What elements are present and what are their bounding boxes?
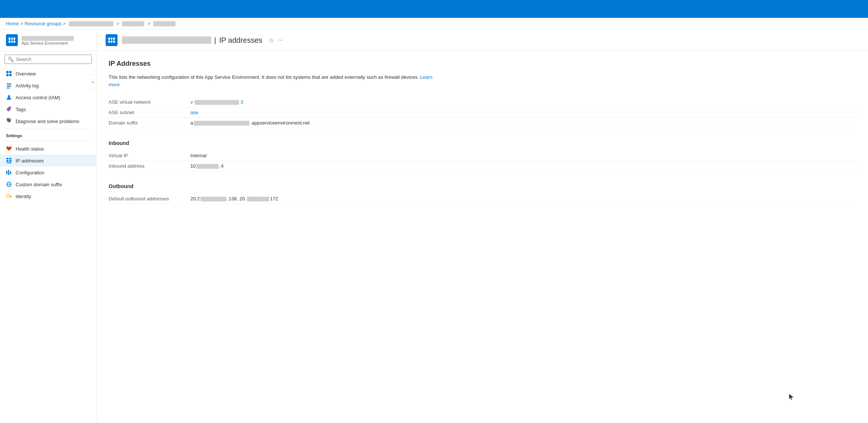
inbound-prefix: 10 [190, 163, 196, 169]
breadcrumb-sep1: > [20, 21, 23, 26]
sidebar-item-custom-domain-label: Custom domain suffix [16, 182, 62, 187]
top-bar [0, 0, 868, 18]
more-button[interactable]: ··· [278, 37, 283, 43]
sidebar-item-diagnose-label: Diagnose and solve problems [16, 119, 79, 124]
search-box[interactable]: 🔍 [4, 55, 92, 64]
svg-rect-0 [6, 71, 9, 73]
sidebar-item-tags[interactable]: Tags [0, 103, 96, 115]
svg-rect-15 [8, 170, 9, 175]
sidebar-item-ip-addresses-label: IP addresses [16, 158, 44, 164]
ip-icon [6, 158, 12, 164]
ase-vnet-redacted [195, 100, 239, 105]
sidebar-item-configuration-label: Configuration [16, 170, 44, 175]
sidebar-item-identity-label: Identity [16, 194, 31, 199]
sidebar-item-configuration[interactable]: Configuration [0, 167, 96, 178]
svg-rect-16 [10, 171, 11, 174]
domain-suffix-label: Domain suffix [109, 120, 190, 126]
key-icon [6, 193, 12, 199]
sidebar-item-identity[interactable]: Identity [0, 190, 96, 202]
ase-subnet-row: ASE subnet ase [109, 107, 856, 118]
outbound-title: Outbound [109, 183, 856, 189]
outbound-suffix: 172 [270, 196, 278, 201]
sidebar-item-health-status[interactable]: Health status [0, 143, 96, 155]
main-layout: App Service Environment 🔍 « Overview Act [0, 30, 868, 423]
nav-scroll: Overview Activity log Access control (IA… [0, 68, 96, 423]
inbound-section: Inbound Virtual IP Internal Inbound addr… [109, 140, 856, 171]
breadcrumb: Home > Resource groups > > > [0, 18, 868, 30]
breadcrumb-home[interactable]: Home [6, 21, 19, 26]
breadcrumb-resource-id [122, 21, 144, 26]
ase-subnet-link[interactable]: ase [190, 110, 198, 115]
domain-suffix-row: Domain suffix a.appserviceenvironment.ne… [109, 118, 856, 128]
search-icon: 🔍 [8, 56, 14, 62]
collapse-button[interactable]: « [89, 74, 97, 89]
breadcrumb-resource-groups[interactable]: Resource groups [25, 21, 61, 26]
sidebar-item-diagnose[interactable]: Diagnose and solve problems [0, 115, 96, 127]
wrench-icon [6, 118, 12, 124]
search-input[interactable] [16, 56, 89, 62]
page-header: | IP addresses ☆ ··· [97, 30, 868, 51]
ase-subnet-label: ASE subnet [109, 110, 190, 115]
breadcrumb-sep2: > [63, 21, 66, 26]
page-header-icon [106, 34, 118, 46]
sidebar-item-activity-log-label: Activity log [16, 83, 39, 88]
content-area: | IP addresses ☆ ··· IP Addresses This l… [97, 30, 868, 423]
inbound-title: Inbound [109, 140, 856, 146]
resource-name [22, 35, 74, 41]
sidebar-item-overview[interactable]: Overview [0, 68, 96, 80]
outbound-addresses-label: Default outbound addresses [109, 196, 190, 201]
ip-description-text: This lists the networking configuration … [109, 74, 419, 80]
ase-subnet-value: ase [190, 110, 198, 115]
inbound-address-value: 10.4 [190, 163, 224, 169]
header-actions: ☆ ··· [269, 37, 283, 44]
breadcrumb-sep4: > [147, 21, 150, 26]
ase-vnet-link[interactable]: v3 [190, 99, 243, 105]
outbound-middle: .136, 20. [227, 196, 246, 201]
ase-virtual-network-label: ASE virtual network [109, 99, 190, 105]
resource-title-group: App Service Environment [22, 35, 74, 45]
globe-icon [6, 181, 12, 187]
resource-icon [6, 34, 18, 46]
domain-redacted [194, 121, 250, 126]
svg-point-20 [7, 194, 10, 197]
network-fields: ASE virtual network v3 ASE subnet ase Do… [109, 97, 856, 128]
sidebar-item-access-control[interactable]: Access control (IAM) [0, 91, 96, 103]
page-icon-inner [108, 38, 115, 43]
svg-rect-22 [11, 197, 12, 197]
page-title-group: | IP addresses [122, 36, 263, 45]
svg-rect-4 [7, 83, 11, 84]
svg-rect-14 [6, 171, 7, 174]
svg-rect-13 [6, 162, 12, 163]
outbound-addresses-value: 20.2.136, 20.172 [190, 196, 278, 201]
sidebar-item-health-status-label: Health status [16, 146, 44, 152]
breadcrumb-sep3: > [116, 21, 119, 26]
breadcrumb-current [153, 21, 176, 26]
sidebar-item-activity-log[interactable]: Activity log [0, 80, 96, 91]
grid-icon [6, 71, 12, 77]
svg-rect-21 [9, 196, 12, 197]
svg-rect-5 [7, 85, 11, 85]
outbound-section: Outbound Default outbound addresses 20.2… [109, 183, 856, 204]
svg-rect-11 [6, 160, 9, 162]
person-icon [6, 94, 12, 100]
sidebar-item-overview-label: Overview [16, 71, 36, 77]
domain-suffix-value: a.appserviceenvironment.net [190, 120, 310, 126]
svg-rect-6 [7, 86, 11, 87]
inbound-suffix: .4 [219, 163, 224, 169]
svg-rect-3 [9, 74, 12, 76]
settings-divider [6, 129, 90, 129]
inbound-address-row: Inbound address 10.4 [109, 161, 856, 171]
virtual-ip-label: Virtual IP [109, 153, 190, 158]
tag-icon [6, 106, 12, 112]
ip-addresses-content: IP Addresses This lists the networking c… [97, 51, 868, 225]
outbound-redacted2 [247, 197, 269, 201]
favorite-button[interactable]: ☆ [269, 37, 274, 44]
sidebar-item-custom-domain[interactable]: Custom domain suffix [0, 178, 96, 190]
ase-virtual-network-value: v3 [190, 99, 243, 105]
svg-point-8 [8, 95, 10, 97]
sidebar-item-ip-addresses[interactable]: IP addresses [0, 155, 96, 167]
sidebar-item-tags-label: Tags [16, 107, 26, 112]
resource-type: App Service Environment [22, 41, 74, 45]
domain-suffix: .appserviceenvironment.net [250, 120, 310, 126]
heart-icon [6, 146, 12, 152]
